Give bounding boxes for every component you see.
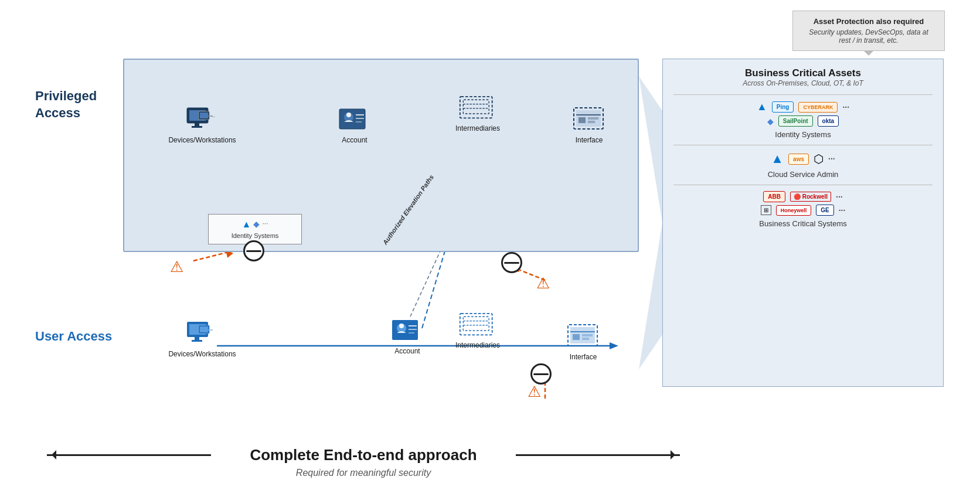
bca-identity-section: ▲ Ping CYBERARK ··· ◆ SailPoint okta Ide… (673, 101, 933, 139)
svg-point-49 (399, 324, 404, 328)
svg-rect-45 (200, 326, 208, 332)
workstation-icon-blue (186, 321, 219, 346)
identity-logos-2: ◆ SailPoint okta (673, 115, 933, 127)
more-dots-4: ··· (839, 206, 846, 215)
user-interface-node: Interface (551, 322, 615, 362)
svg-rect-31 (463, 100, 489, 114)
priv-interface-node: Interface (557, 106, 621, 145)
svg-rect-62 (582, 338, 589, 340)
identity-logos: ▲ Ping CYBERARK ··· (673, 101, 933, 113)
priv-devices-node: ··· Devices/Workstations (170, 106, 234, 145)
priv-account-icon (336, 106, 373, 134)
svg-point-26 (346, 113, 351, 117)
nogo-sign-left (243, 240, 264, 261)
user-intermediaries-icon (459, 311, 496, 339)
cloud-label: Cloud Service Admin (673, 170, 933, 179)
left-arrow-line (47, 454, 211, 456)
nogo-sign-bottom (530, 363, 552, 384)
svg-rect-21 (200, 113, 208, 118)
bca-subtitle: Across On-Premises, Cloud, OT, & IoT (673, 79, 933, 87)
user-account-node: Account (375, 317, 440, 356)
priv-access-box (123, 59, 639, 252)
cyberark-logo: CYBERARK (798, 102, 838, 113)
bca-biz-section: ABB 🔴 Rockwell ··· ⊞ Honeywell GE ··· Bu… (673, 191, 933, 228)
user-devices-icon (183, 319, 221, 348)
priv-interface-label: Interface (576, 136, 603, 145)
svg-rect-43 (192, 340, 202, 342)
svg-text:···: ··· (212, 114, 216, 120)
sailpoint-icon: ◆ (767, 117, 774, 126)
user-devices-label: Devices/Workstations (168, 350, 236, 359)
more-dots-3: ··· (836, 192, 843, 202)
right-arrow-line (516, 454, 680, 456)
user-interface-icon (564, 322, 602, 351)
interface-icon-dark (573, 107, 605, 132)
workstation-icon-dark: ··· (186, 107, 219, 132)
biz-logos-1: ABB 🔴 Rockwell ··· (673, 191, 933, 202)
priv-intermediaries-icon (459, 94, 496, 122)
identity-label: Identity Systems (673, 130, 933, 139)
user-intermediaries-label: Intermediaries (455, 341, 500, 351)
rockwell-logo: 🔴 Rockwell (790, 192, 831, 202)
user-devices-node: Devices/Workstations (170, 319, 234, 359)
honeywell-logo: Honeywell (776, 205, 812, 216)
user-account-label: Account (394, 347, 420, 356)
bottom-title: Complete End-to-end approach (211, 446, 516, 464)
ge-logo: GE (816, 205, 833, 216)
left-arrowhead (47, 450, 56, 460)
priv-devices-label: Devices/Workstations (168, 136, 236, 145)
right-arrowhead (671, 450, 680, 460)
interface-icon-blue (567, 324, 600, 349)
user-account-icon (389, 317, 426, 345)
warn-bottom: ⚠ (528, 383, 541, 401)
nogo-sign-middle (501, 252, 522, 273)
ot-icon: ⊞ (761, 205, 771, 215)
ping-logo: Ping (772, 101, 794, 113)
priv-account-node: Account (322, 106, 387, 145)
bottom-title-container: Complete End-to-end approach (211, 446, 516, 464)
svg-rect-54 (463, 317, 489, 331)
bottom-arrows-row: Complete End-to-end approach (47, 446, 680, 464)
sailpoint-logo: SailPoint (778, 115, 813, 127)
azure-icon: ▲ (757, 101, 767, 113)
warn-left: ⚠ (170, 258, 183, 276)
warn-middle: ⚠ (536, 274, 550, 292)
identity-box-logos: ▲ ◆ ··· (242, 219, 268, 230)
more-dots-1: ··· (842, 103, 849, 112)
priv-intermediaries-node: Intermediaries (445, 94, 510, 134)
asset-protection-callout: Asset Protection also required Security … (792, 11, 945, 51)
identity-box-label: Identity Systems (232, 232, 279, 239)
abb-logo: ABB (763, 191, 785, 202)
priv-devices-icon: ··· (183, 106, 221, 134)
intermediaries-icon-dark (459, 93, 496, 122)
biz-label: Business Critical Systems (673, 219, 933, 228)
more-dots-2: ··· (828, 154, 835, 164)
azure-cloud-icon: ▲ (771, 151, 784, 166)
priv-access-label: Privileged Access (35, 88, 120, 121)
bca-panel: Business Critical Assets Across On-Premi… (662, 59, 944, 387)
bottom-section: Complete End-to-end approach Required fo… (47, 446, 680, 478)
svg-rect-39 (588, 121, 595, 123)
aws-logo: aws (788, 154, 809, 165)
priv-interface-icon (570, 106, 608, 134)
azure-tri-icon: ▲ (242, 219, 251, 230)
callout-body: Security updates, DevSecOps, data at res… (802, 28, 935, 45)
priv-intermediaries-label: Intermediaries (455, 124, 500, 134)
id-more-dots: ··· (262, 219, 268, 230)
svg-rect-19 (192, 126, 202, 128)
user-access-label: User Access (35, 328, 120, 345)
user-interface-label: Interface (570, 353, 597, 362)
svg-rect-60 (573, 334, 580, 340)
intermediaries-icon-blue (459, 310, 496, 339)
svg-rect-61 (582, 334, 593, 336)
main-diagram: Privileged Access User Access Business C… (35, 59, 944, 422)
diamond-icon: ◆ (253, 219, 260, 230)
callout-title: Asset Protection also required (802, 17, 935, 26)
svg-rect-38 (588, 117, 598, 120)
gcp-icon: ⬡ (814, 152, 824, 166)
okta-logo: okta (818, 115, 839, 127)
svg-rect-37 (579, 117, 586, 123)
account-icon-dark (338, 107, 371, 132)
account-icon-blue (391, 318, 424, 343)
bca-cloud-section: ▲ aws ⬡ ··· Cloud Service Admin (673, 151, 933, 179)
